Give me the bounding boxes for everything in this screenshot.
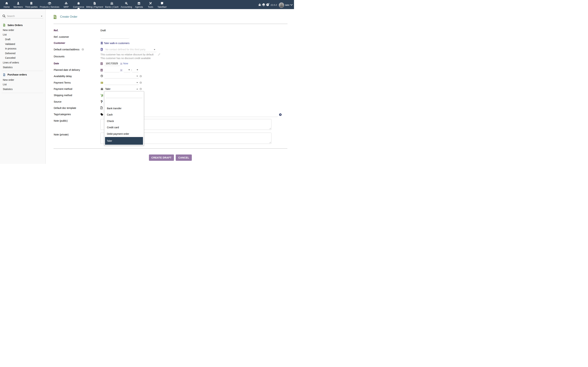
svg-text:?: ? (267, 4, 268, 6)
svg-text:$: $ (101, 82, 102, 83)
svg-text:$: $ (126, 2, 127, 4)
